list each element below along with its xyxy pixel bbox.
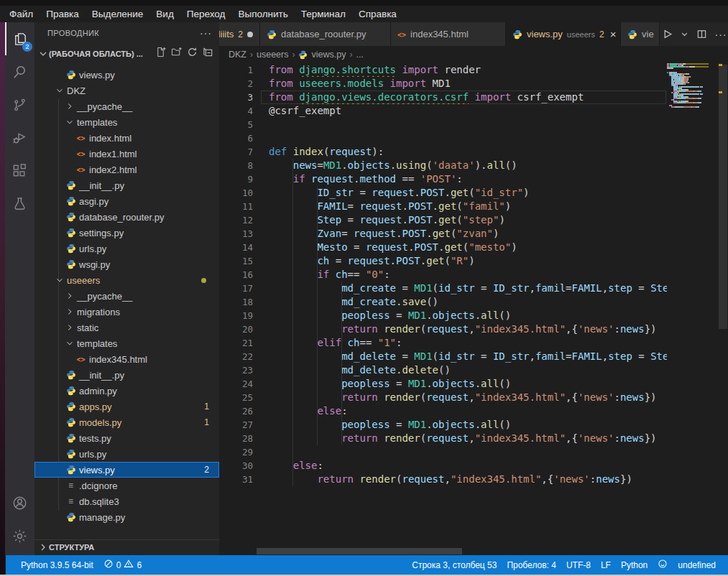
explorer-icon[interactable]: 2 [5,22,34,55]
code-line-16[interactable]: 16 if ch== "0": [219,268,667,282]
settings-icon[interactable] [5,519,34,552]
code-line-12[interactable]: 12 Step = request.POST.get("step") [219,213,667,227]
tree-item-urls.py[interactable]: urls.py [34,241,219,256]
tree-item-index345.html[interactable]: <>index345.html [34,351,219,367]
code-line-29[interactable]: 29 [219,445,667,459]
new-file-icon[interactable] [155,47,166,60]
run-debug-icon[interactable] [5,121,34,154]
tree-item-static[interactable]: static [34,320,219,335]
tree-item-apps.py[interactable]: apps.py1 [34,399,219,414]
menu-item[interactable]: Терминал [295,6,352,22]
code-line-13[interactable]: 13 Zvan= request.POST.get("zvan") [219,227,667,241]
tab-database_roouter.py[interactable]: database_roouter.py [260,22,391,46]
status-indentation[interactable]: Пробелов: 4 [502,555,561,575]
horizontal-scrollbar[interactable] [257,548,462,554]
code-line-20[interactable]: 20 return render(request,"index345.html"… [219,322,667,336]
status-cursor-position[interactable]: Строка 3, столбец 53 [407,555,502,575]
search-icon[interactable] [5,55,34,88]
menu-item[interactable]: Справка [352,6,403,22]
tree-item-__pycache__[interactable]: __pycache__ [34,288,219,304]
tree-item-wsgi.py[interactable]: wsgi.py [34,256,219,272]
code-line-1[interactable]: 1from django.shortcuts import render [219,63,667,77]
menu-item[interactable]: Вид [149,6,180,22]
menu-item[interactable]: Переход [180,6,232,22]
account-icon[interactable] [5,486,34,519]
tree-item-DKZ[interactable]: DKZ [34,83,219,98]
tree-item-__init__.py[interactable]: __init__.py [34,367,219,383]
tree-item-views.py[interactable]: views.py [34,67,219,83]
breadcrumb-item[interactable]: DKZ [229,50,246,60]
tab-index345.html[interactable]: <>index345.html [391,22,506,46]
tree-item-index1.html[interactable]: <>index1.html [34,146,219,162]
tree-item-models.py[interactable]: models.py1 [34,414,219,430]
source-control-icon[interactable] [5,88,34,121]
tree-item-__pycache__[interactable]: __pycache__ [34,98,219,114]
menu-item[interactable]: Выполнить [231,6,294,22]
tab-diiits[interactable]: diiits2 [219,22,260,46]
tree-item-admin.py[interactable]: admin.py [34,383,219,399]
breadcrumb-item[interactable]: ... [356,50,363,60]
code-line-6[interactable]: 6 [219,131,667,145]
tab-views.py[interactable]: views.pyuseeers2× [506,22,621,46]
code-line-14[interactable]: 14 Mesto = request.POST.get("mesto") [219,241,667,254]
code-line-2[interactable]: 2from useeers.models import MD1 [219,77,667,90]
menu-item[interactable]: Файл [3,6,40,22]
collapse-all-icon[interactable] [203,47,213,60]
status-feedback-icon[interactable] [653,555,673,575]
tab-vie[interactable]: vie [621,22,660,46]
refresh-icon[interactable] [187,47,198,60]
code-line-18[interactable]: 18 md_create.save() [219,295,667,309]
close-icon[interactable]: × [610,29,617,40]
code-line-28[interactable]: 28 return render(request,"index345.html"… [219,432,667,445]
tree-item-db.sqlite3[interactable]: ≡db.sqlite3 [34,493,219,509]
menu-item[interactable]: Правка [40,6,86,22]
tree-item-templates[interactable]: templates [34,335,219,351]
workspace-section-header[interactable]: (РАБОЧАЯ ОБЛАСТЬ) ... [34,44,219,63]
code-line-27[interactable]: 27 peopless = MD1.objects.all() [219,418,667,432]
tree-item-__init__.py[interactable]: __init__.py [34,177,219,193]
outline-section-header[interactable]: СТРУКТУРА [34,539,219,554]
vertical-scrollbar[interactable] [719,65,727,329]
code-line-5[interactable]: 5 [219,118,667,131]
code-line-25[interactable]: 25 return render(request,"index345.html"… [219,391,667,404]
tree-item-useeers[interactable]: useeers [34,272,219,288]
tree-item-manage.py[interactable]: manage.py [34,509,219,525]
more-actions-icon[interactable]: ··· [200,27,212,39]
status-eol[interactable]: LF [596,555,616,575]
tree-item-settings.py[interactable]: settings.py [34,225,219,241]
minimap[interactable] [667,63,719,149]
code-line-10[interactable]: 10 ID_str = request.POST.get("id_str") [219,186,667,200]
breadcrumb-item[interactable]: useeers [257,50,288,60]
tree-item-migrations[interactable]: migrations [34,304,219,320]
testing-icon[interactable] [5,187,34,220]
extensions-icon[interactable] [5,154,34,187]
run-button[interactable] [660,27,674,42]
code-line-8[interactable]: 8 news=MD1.objects.using('daata').all() [219,159,667,172]
code-line-17[interactable]: 17 md_create = MD1(id_str = ID_str,famil… [219,282,667,295]
tree-item-views.py[interactable]: views.py2 [34,462,219,478]
run-dropdown-icon[interactable] [677,27,691,42]
code-line-23[interactable]: 23 md_delete.delete() [219,363,667,377]
new-folder-icon[interactable] [171,47,182,60]
tree-item-tests.py[interactable]: tests.py [34,430,219,446]
code-line-9[interactable]: 9 if request.method == 'POST': [219,172,667,186]
code-line-7[interactable]: 7def index(request): [219,145,667,159]
tree-item-index.html[interactable]: <>index.html [34,130,219,146]
code-line-11[interactable]: 11 FAMIL= request.POST.get("famil") [219,200,667,213]
status-python-version[interactable]: Python 3.9.5 64-bit [16,555,98,575]
code-line-30[interactable]: 30 else: [219,459,667,473]
status-encoding[interactable]: UTF-8 [561,555,596,575]
menu-item[interactable]: Выделение [86,6,150,22]
tree-item-index2.html[interactable]: <>index2.html [34,162,219,177]
tree-item-templates[interactable]: templates [34,114,219,130]
status-problems[interactable]: 06 [98,555,147,575]
code-line-15[interactable]: 15 ch = request.POST.get("R") [219,254,667,268]
breadcrumb-item[interactable]: views.py [311,50,346,60]
code-editor[interactable]: 1from django.shortcuts import render2fro… [219,63,728,555]
code-line-31[interactable]: 31 return render(request,"index345.html"… [219,473,667,486]
tree-item-asgi.py[interactable]: asgi.py [34,193,219,209]
split-editor-icon[interactable] [694,27,709,42]
code-line-24[interactable]: 24 peopless = MD1.objects.all() [219,377,667,391]
code-line-3[interactable]: 3from django.views.decorators.csrf impor… [219,90,667,104]
status-notifications-icon[interactable]: undefined [673,555,721,575]
